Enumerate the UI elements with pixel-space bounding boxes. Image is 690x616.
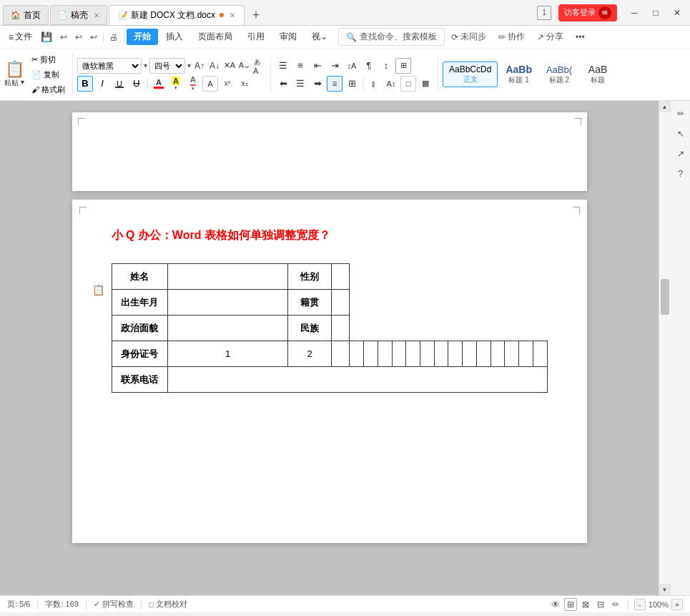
- value-hometown[interactable]: [332, 290, 350, 316]
- tab-view[interactable]: 视⌄: [305, 29, 335, 45]
- tab-page-layout[interactable]: 页面布局: [191, 29, 240, 45]
- doc-check[interactable]: □ 文档校对: [149, 599, 187, 610]
- copy-button[interactable]: 📄 复制: [29, 68, 68, 82]
- search-command[interactable]: 🔍 查找命令、搜索模板: [338, 28, 445, 46]
- tab-reference[interactable]: 引用: [240, 29, 272, 45]
- highlight-btn[interactable]: A ▾: [168, 76, 184, 92]
- style-normal[interactable]: AaBbCcDd 正文: [443, 62, 498, 87]
- view-edit[interactable]: ✏: [609, 598, 622, 611]
- zoom-in-button[interactable]: +: [671, 599, 683, 610]
- line-spacing[interactable]: ↕: [378, 58, 394, 74]
- collab-button[interactable]: ✏ 协作: [493, 29, 531, 45]
- tab-insert[interactable]: 插入: [159, 29, 190, 45]
- font-size-select[interactable]: 四号: [149, 58, 185, 74]
- tab-home[interactable]: 🏠 首页: [3, 5, 49, 25]
- id-cell-10[interactable]: [434, 341, 448, 367]
- cut-button[interactable]: ✂ 剪切: [29, 53, 68, 67]
- id-cell-5[interactable]: [364, 341, 378, 367]
- subscript-btn[interactable]: x₂: [237, 76, 252, 92]
- close-button[interactable]: ✕: [667, 5, 687, 21]
- indent-increase[interactable]: ⇥: [327, 58, 342, 74]
- tab-draft-close[interactable]: ✕: [94, 11, 99, 19]
- align-justify[interactable]: ≡: [327, 76, 342, 92]
- value-dob[interactable]: [168, 290, 288, 316]
- rt-cursor-tool[interactable]: ↖: [674, 127, 688, 141]
- tab-docx[interactable]: 📝 新建 DOCX 文档.docx ✕: [109, 5, 245, 25]
- phonetic[interactable]: ぁA: [253, 59, 266, 72]
- menu-undo-history[interactable]: ↩: [56, 30, 71, 44]
- tab-draft[interactable]: 📄 稿壳 ✕: [50, 5, 107, 25]
- menu-print[interactable]: 🖨: [106, 30, 122, 44]
- id-cell-14[interactable]: [491, 341, 505, 367]
- font-name-select[interactable]: 微软雅黑: [77, 58, 142, 74]
- indent-decrease[interactable]: ⇤: [310, 58, 325, 74]
- id-cell-15[interactable]: [505, 341, 519, 367]
- paste-label[interactable]: 粘贴: [4, 78, 19, 88]
- menu-redo[interactable]: ↩: [87, 30, 101, 44]
- share-button[interactable]: ↗ 分享: [531, 29, 569, 45]
- sync-button[interactable]: ⟳ 未同步: [445, 29, 492, 45]
- paste-dropdown[interactable]: ▾: [21, 78, 24, 88]
- strikethrough-button[interactable]: U: [129, 76, 144, 92]
- border-btn[interactable]: ⊞: [395, 58, 411, 74]
- id-cell-11[interactable]: [448, 341, 463, 367]
- menu-undo[interactable]: ↩: [72, 30, 86, 44]
- id-cell-7[interactable]: [392, 341, 406, 367]
- value-name[interactable]: [168, 264, 288, 290]
- font-size-decrease[interactable]: A↓: [208, 59, 221, 72]
- id-cell-13[interactable]: [476, 341, 491, 367]
- scroll-up-arrow[interactable]: ▲: [659, 101, 671, 112]
- tab-docx-close[interactable]: ✕: [230, 11, 235, 19]
- more-button[interactable]: •••: [570, 30, 591, 44]
- value-phone[interactable]: [168, 367, 547, 393]
- scroll-track[interactable]: [659, 112, 671, 584]
- value-gender[interactable]: [332, 264, 350, 290]
- id-cell-3[interactable]: [332, 341, 350, 367]
- font-options[interactable]: A⌄: [238, 59, 251, 72]
- show-marks[interactable]: ¶: [361, 58, 377, 74]
- underline-button[interactable]: U: [112, 76, 127, 92]
- align-distribute[interactable]: ⊞: [344, 76, 360, 92]
- menu-file[interactable]: ≡ 文件: [4, 29, 36, 45]
- clear-format[interactable]: ✕A: [223, 59, 236, 72]
- view-grid2[interactable]: ⊠: [579, 598, 592, 611]
- rt-pen-tool[interactable]: ✏: [674, 107, 688, 121]
- style-heading1[interactable]: AaBb 标题 1: [499, 61, 538, 88]
- font-clear-btn[interactable]: A ▾: [185, 76, 201, 92]
- drawing-tools[interactable]: □: [400, 76, 416, 92]
- shading-btn[interactable]: ▩: [418, 76, 433, 92]
- list-ordered[interactable]: ≡: [292, 58, 308, 74]
- italic-button[interactable]: I: [94, 76, 110, 92]
- bold-button[interactable]: B: [77, 76, 93, 92]
- font-name-dropdown[interactable]: ▾: [144, 62, 147, 69]
- id-cell-8[interactable]: [406, 341, 420, 367]
- text-dir[interactable]: A↕: [383, 76, 399, 92]
- id-cell-12[interactable]: [463, 341, 477, 367]
- style-heading2[interactable]: AaBb( 标题 2: [540, 62, 578, 88]
- scroll-thumb[interactable]: [661, 279, 669, 315]
- tab-start[interactable]: 开始: [127, 29, 158, 45]
- id-cell-2[interactable]: 2: [288, 341, 332, 367]
- id-cell-17[interactable]: [533, 341, 547, 367]
- rt-help-tool[interactable]: ?: [674, 167, 688, 181]
- visitor-login-button[interactable]: 访客登录 tE: [558, 4, 617, 21]
- id-cell-4[interactable]: [350, 341, 364, 367]
- id-cell-16[interactable]: [519, 341, 533, 367]
- minimize-button[interactable]: ─: [624, 5, 644, 21]
- list-unordered[interactable]: ☰: [275, 58, 291, 74]
- rt-arrow-tool[interactable]: ↗: [674, 147, 688, 161]
- view-grid1[interactable]: ⊞: [564, 598, 577, 611]
- id-cell-9[interactable]: [420, 341, 435, 367]
- view-eye[interactable]: 👁: [549, 598, 562, 611]
- superscript-btn[interactable]: x²: [220, 76, 235, 92]
- tab-review[interactable]: 审阅: [272, 29, 304, 45]
- menu-save[interactable]: 💾: [37, 29, 56, 44]
- spell-check[interactable]: ✓ 拼写检查: [94, 599, 134, 610]
- tab-add-button[interactable]: +: [246, 5, 266, 25]
- sort[interactable]: ↕A: [344, 58, 360, 74]
- style-heading[interactable]: AaB 标题: [580, 61, 616, 88]
- zoom-out-button[interactable]: -: [634, 599, 646, 610]
- align-left[interactable]: ⬅: [275, 76, 291, 92]
- value-politics[interactable]: [168, 316, 288, 341]
- paste-button[interactable]: 📋: [5, 62, 24, 77]
